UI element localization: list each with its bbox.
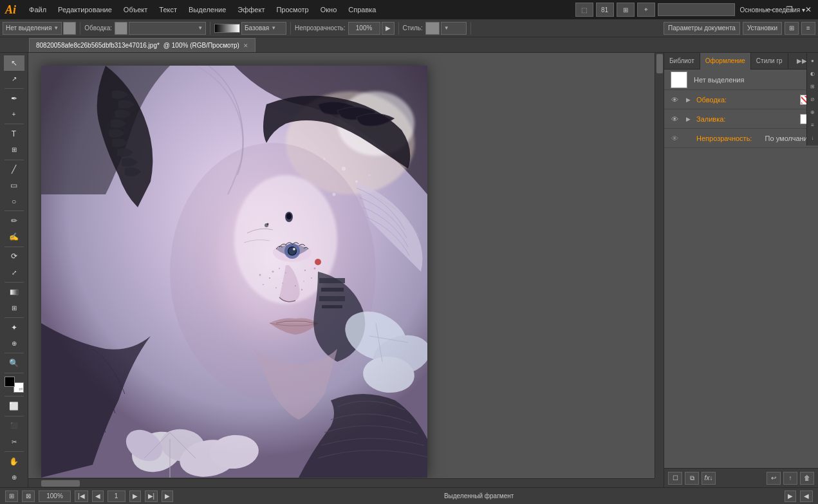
settings-button[interactable]: Установки	[743, 22, 782, 35]
close-button[interactable]: ✕	[799, 0, 818, 19]
menu-view[interactable]: Просмотр	[271, 5, 313, 15]
extra-icon[interactable]: ⊞	[785, 22, 799, 35]
menu-window[interactable]: Окно	[315, 5, 342, 15]
panel-link-icon[interactable]: ⊕	[808, 107, 818, 117]
panel-stack-icon[interactable]: ≡	[808, 120, 818, 130]
status-icon[interactable]: 81	[596, 3, 614, 17]
tool-direct-select[interactable]: ↗	[4, 71, 24, 87]
menu-effect[interactable]: Эффект	[232, 5, 270, 15]
menu-file[interactable]: Файл	[24, 5, 51, 15]
ap-stroke-visibility-icon[interactable]: 👁	[669, 95, 680, 105]
tool-area-type[interactable]: ⊞	[4, 142, 24, 158]
horizontal-scrollbar[interactable]	[28, 478, 655, 487]
status-extra-btn-3[interactable]: ◀	[800, 490, 813, 502]
tool-type[interactable]: T	[4, 126, 24, 142]
panel-tab-styles[interactable]: Стили гр	[751, 53, 788, 70]
document-canvas	[41, 66, 427, 478]
tool-select[interactable]: ↖	[4, 55, 24, 71]
color-swatches[interactable]: ⇄	[5, 377, 24, 393]
style-swatch[interactable]	[425, 22, 440, 35]
stroke-style-dropdown[interactable]: Базовая ▼	[241, 22, 286, 35]
tool-slice[interactable]: ✂	[4, 434, 24, 449]
panel-fx-button[interactable]: fx↓	[702, 472, 716, 485]
tool-screen-mode[interactable]: ⬜	[4, 398, 24, 414]
ap-fill-label[interactable]: Заливка:	[696, 115, 796, 123]
tool-add-anchor[interactable]: +	[4, 107, 24, 122]
h-scrollbar-thumb[interactable]	[41, 480, 80, 487]
tool-rotate[interactable]: ⟳	[4, 249, 24, 265]
opacity-input[interactable]: 100%	[348, 22, 380, 35]
ap-stroke-expand-icon[interactable]: ▶	[683, 95, 693, 104]
svg-rect-25	[319, 278, 345, 283]
doc-params-button[interactable]: Параметры документа	[664, 22, 740, 35]
ap-stroke-label[interactable]: Обводка:	[696, 96, 796, 104]
tool-pencil[interactable]: ✍	[4, 229, 24, 245]
ap-fill-visibility-icon[interactable]: 👁	[669, 114, 680, 124]
ap-opacity-label[interactable]: Непрозрачность:	[696, 135, 761, 142]
page-back-button[interactable]: ◀	[92, 490, 104, 502]
menu-text[interactable]: Текст	[154, 5, 182, 15]
brush-icon[interactable]: ⌖	[637, 3, 655, 17]
panel-move-up-button[interactable]: ↑	[783, 472, 797, 485]
tool-eyedropper[interactable]: ✦	[4, 320, 24, 335]
prev-page-button[interactable]: |◀	[75, 490, 88, 502]
tool-measure[interactable]: ⊕	[4, 336, 24, 351]
search-input[interactable]	[661, 6, 732, 14]
panel-color-icon[interactable]: ●	[808, 55, 818, 66]
panel-gradient-icon[interactable]: ◐	[808, 68, 818, 79]
status-extra-btn-2[interactable]: ⊠	[22, 490, 35, 502]
status-text: Выделенный фрагмент	[177, 492, 781, 499]
tool-scale[interactable]: ⤢	[4, 265, 24, 280]
panel-none-icon[interactable]: ⊘	[808, 94, 818, 104]
menu-object[interactable]: Объект	[118, 5, 153, 15]
vertical-scrollbar[interactable]	[655, 53, 664, 478]
panel-pattern-icon[interactable]: ⊞	[808, 81, 818, 91]
tool-zoom2[interactable]: ⊕	[4, 469, 24, 485]
arrange-icon[interactable]: ⬚	[575, 3, 593, 17]
minimize-button[interactable]: —	[760, 0, 779, 19]
tool-hand[interactable]: ✋	[4, 454, 24, 469]
selection-swatch[interactable]	[63, 22, 76, 35]
tool-rect[interactable]: ▭	[4, 178, 24, 193]
tab-close-button[interactable]: ✕	[243, 42, 248, 49]
menu-edit[interactable]: Редактирование	[53, 5, 117, 15]
ap-main-swatch[interactable]	[671, 71, 687, 88]
menu-select[interactable]: Выделение	[183, 5, 231, 15]
panel-new-layer-button[interactable]: ☐	[668, 472, 682, 485]
selection-dropdown[interactable]: Нет выделения ▼	[3, 22, 62, 35]
v-scrollbar-thumb[interactable]	[656, 54, 663, 73]
status-extra-btn-1[interactable]: ⊞	[5, 490, 18, 502]
restore-button[interactable]: ❐	[779, 0, 799, 19]
document-tab[interactable]: 80820058afe8c26b565dbfb313e47016.jpg* @ …	[29, 38, 256, 52]
next-page-button[interactable]: ▶|	[145, 490, 158, 502]
artboard-button[interactable]: ▶	[162, 490, 173, 502]
panel-duplicate-button[interactable]: ⧉	[685, 472, 699, 485]
tool-mesh[interactable]: ⊞	[4, 300, 24, 315]
tool-artboard[interactable]: ⬛	[4, 418, 24, 434]
zoom-display[interactable]: 100%	[39, 490, 71, 502]
tool-zoom[interactable]: 🔍	[4, 355, 24, 371]
status-menu-button[interactable]: ▶	[785, 490, 796, 502]
panel-tab-appearance[interactable]: Оформление	[700, 53, 751, 70]
tool-line[interactable]: ╱	[4, 162, 24, 178]
tool-pen[interactable]: ✒	[4, 91, 24, 106]
stroke-color-swatch[interactable]	[115, 22, 127, 35]
tools-icon[interactable]: ⊞	[617, 3, 635, 17]
tool-gradient[interactable]	[4, 285, 24, 300]
panel-tab-forward-icon[interactable]: ▶▶	[797, 57, 807, 64]
menu-icon[interactable]: ≡	[801, 22, 815, 35]
panel-undo-button[interactable]: ↩	[767, 472, 781, 485]
style-dropdown[interactable]: ▼	[441, 22, 467, 35]
page-forward-button[interactable]: ▶	[129, 490, 141, 502]
panel-down-arrow-icon[interactable]: ↓	[808, 133, 818, 143]
opacity-menu-btn[interactable]: ▶	[382, 22, 395, 35]
menu-help[interactable]: Справка	[343, 5, 381, 15]
tool-ellipse[interactable]: ○	[4, 194, 24, 209]
search-area[interactable]	[658, 3, 735, 16]
stroke-dropdown[interactable]: ▼	[129, 22, 206, 35]
ap-fill-expand-icon[interactable]: ▶	[683, 115, 693, 124]
panel-delete-button[interactable]: 🗑	[800, 472, 814, 485]
panel-tab-library[interactable]: Библиот	[664, 53, 700, 70]
tool-paintbrush[interactable]: ✏	[4, 213, 24, 229]
ap-opacity-visibility-icon[interactable]: 👁	[669, 133, 680, 144]
